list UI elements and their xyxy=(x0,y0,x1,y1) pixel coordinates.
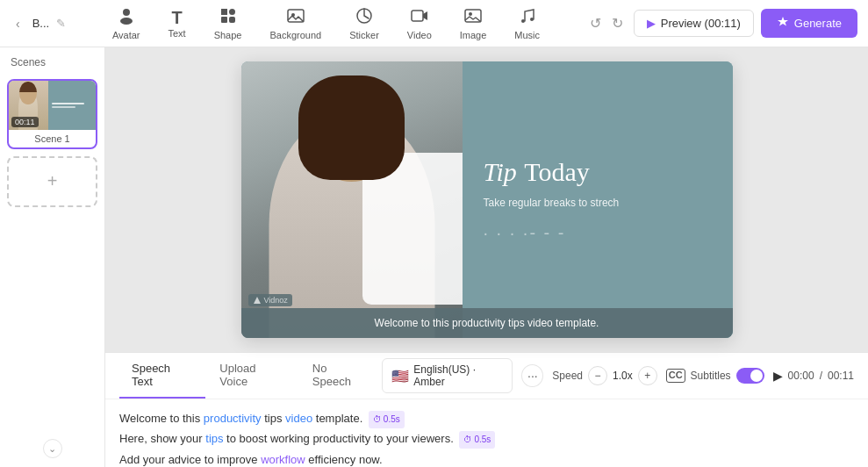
time-display: ▶ 00:00 / 00:11 xyxy=(773,369,854,383)
subtitles-label: Subtitles xyxy=(691,370,731,382)
avatar-label: Avatar xyxy=(112,30,140,40)
time-total: 00:11 xyxy=(828,370,854,382)
play-button[interactable]: ▶ xyxy=(773,369,783,383)
canvas-doodle: · · · ·- - - xyxy=(484,223,712,243)
canvas-text-area: Tip Today Take regular breaks to strech … xyxy=(463,61,733,338)
tool-shape[interactable]: Shape xyxy=(202,1,255,46)
avatar-icon xyxy=(117,6,136,28)
tool-avatar[interactable]: Avatar xyxy=(100,1,153,46)
add-scene-icon: + xyxy=(47,171,58,191)
tab-speech-text[interactable]: Speech Text xyxy=(119,353,205,399)
music-icon xyxy=(518,6,537,28)
badge-clock-2: ⏱ xyxy=(463,432,472,448)
svg-rect-9 xyxy=(412,11,423,21)
speed-value: 1.0x xyxy=(613,370,633,382)
bottom-tabs: Speech Text Upload Voice No Speech 🇺🇸 En… xyxy=(105,353,868,399)
language-flag: 🇺🇸 xyxy=(391,368,409,384)
sticker-icon xyxy=(355,6,374,28)
more-icon: ··· xyxy=(527,369,538,383)
canvas-title-italic: Tip xyxy=(484,157,517,186)
svg-point-13 xyxy=(530,18,534,21)
speed-label: Speed xyxy=(552,370,583,382)
sidebar: Scenes 00:11 xyxy=(0,47,105,467)
speech-badge-2: ⏱0.5s xyxy=(459,431,495,449)
scene-thumbnail-1: 00:11 xyxy=(9,81,96,130)
subtitles-toggle[interactable] xyxy=(736,368,764,384)
scene-item-1[interactable]: 00:11 Scene 1 xyxy=(7,79,97,149)
watermark-text: Vidnoz xyxy=(264,296,288,305)
bottom-tab-controls: 🇺🇸 English(US) · Amber ··· Speed − 1.0x … xyxy=(382,358,854,393)
main-area: Scenes 00:11 xyxy=(0,47,868,467)
svg-rect-3 xyxy=(229,9,235,15)
generate-button[interactable]: Generate xyxy=(761,9,857,38)
speech-line-3: Add your advice to improve workflow effi… xyxy=(119,453,383,466)
speed-control: Speed − 1.0x + xyxy=(552,366,656,385)
toolbar-tools: Avatar T Text Shape Background Sticker xyxy=(80,1,572,46)
tool-sticker[interactable]: Sticker xyxy=(337,1,391,46)
generate-label: Generate xyxy=(794,17,842,30)
canvas-title: Tip Today xyxy=(484,157,712,186)
svg-point-12 xyxy=(521,19,525,23)
speech-line-1: Welcome to this productivity tips video … xyxy=(119,412,405,425)
more-options-button[interactable]: ··· xyxy=(521,364,543,387)
canvas-background: Tip Today Take regular breaks to strech … xyxy=(241,61,733,338)
canvas-title-rest: Today xyxy=(524,157,590,186)
tab-upload-voice[interactable]: Upload Voice xyxy=(207,353,298,399)
music-label: Music xyxy=(514,30,540,40)
highlight-workflow[interactable]: workflow xyxy=(261,453,305,466)
language-selector[interactable]: 🇺🇸 English(US) · Amber xyxy=(382,358,513,393)
speed-decrease-button[interactable]: − xyxy=(588,366,607,385)
scene-timer: 00:11 xyxy=(11,117,39,127)
text-label: Text xyxy=(168,28,185,39)
bottom-panel: Speech Text Upload Voice No Speech 🇺🇸 En… xyxy=(105,352,868,467)
document-title: B... xyxy=(32,17,50,30)
canvas-area: Tip Today Take regular breaks to strech … xyxy=(105,47,868,352)
toolbar-right: ↺ ↻ ▶ Preview (00:11) Generate xyxy=(586,9,857,38)
tool-image[interactable]: Image xyxy=(448,1,499,46)
undo-button[interactable]: ↺ xyxy=(586,11,605,35)
center-area: Tip Today Take regular breaks to strech … xyxy=(105,47,868,467)
add-scene-button[interactable]: + xyxy=(7,156,97,207)
highlight-productivity[interactable]: productivity xyxy=(204,412,262,425)
tab-no-speech[interactable]: No Speech xyxy=(300,353,380,399)
svg-point-1 xyxy=(120,18,133,25)
toolbar-left: ‹ B... ✎ xyxy=(11,13,66,34)
preview-button[interactable]: ▶ Preview (00:11) xyxy=(634,10,754,37)
svg-marker-14 xyxy=(254,297,261,304)
undo-redo-group: ↺ ↻ xyxy=(586,11,627,35)
svg-rect-5 xyxy=(229,17,235,23)
edit-title-icon[interactable]: ✎ xyxy=(56,17,66,30)
canvas-subtitle: Take regular breaks to strech xyxy=(484,197,712,209)
speed-increase-button[interactable]: + xyxy=(638,366,657,385)
scenes-title: Scenes xyxy=(7,56,97,72)
tool-background[interactable]: Background xyxy=(257,1,334,46)
canvas-bottom-text: Welcome to this productivity tips video … xyxy=(375,317,599,329)
tool-video[interactable]: Video xyxy=(395,1,444,46)
background-icon xyxy=(286,6,305,28)
preview-play-icon: ▶ xyxy=(647,17,656,30)
scene-label-1: Scene 1 xyxy=(9,130,96,147)
badge-clock-1: ⏱ xyxy=(373,412,382,427)
image-icon xyxy=(463,6,483,28)
subtitles-control: CC Subtitles xyxy=(666,368,764,384)
generate-icon xyxy=(777,16,789,31)
preview-label: Preview (00:11) xyxy=(661,17,741,30)
svg-point-11 xyxy=(469,12,472,16)
back-button[interactable]: ‹ xyxy=(11,13,25,34)
tool-text[interactable]: T Text xyxy=(155,4,197,44)
collapse-section: ⌄ xyxy=(7,432,97,458)
svg-point-0 xyxy=(123,9,130,16)
time-separator: / xyxy=(820,370,822,382)
toolbar: ‹ B... ✎ Avatar T Text Shape Ba xyxy=(0,0,868,47)
highlight-video[interactable]: video xyxy=(285,412,312,425)
canvas-bottom-bar: Welcome to this productivity tips video … xyxy=(241,308,733,338)
sticker-label: Sticker xyxy=(349,30,379,40)
tool-music[interactable]: Music xyxy=(502,1,552,46)
language-label: English(US) · Amber xyxy=(413,363,503,388)
background-label: Background xyxy=(269,30,321,40)
collapse-sidebar-button[interactable]: ⌄ xyxy=(43,439,62,458)
redo-button[interactable]: ↻ xyxy=(608,11,627,35)
shape-icon xyxy=(219,6,238,28)
highlight-tips[interactable]: tips xyxy=(205,432,223,445)
canvas-watermark: Vidnoz xyxy=(248,294,292,306)
